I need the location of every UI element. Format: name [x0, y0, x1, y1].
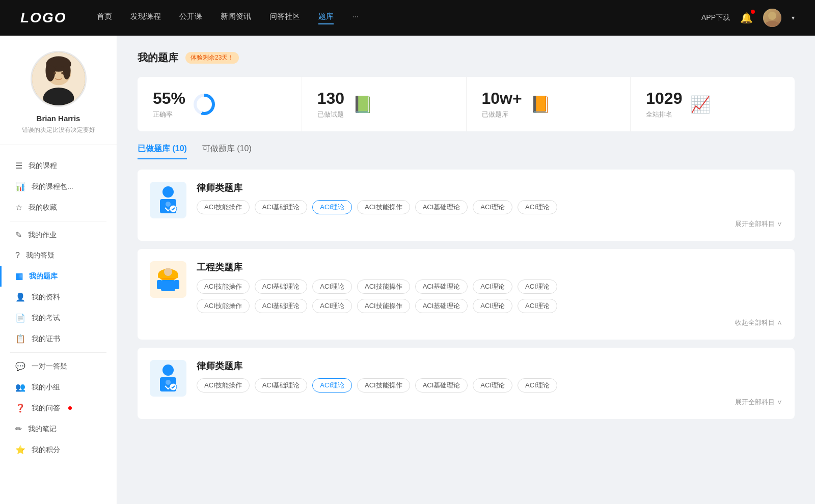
collapse-link-engineer[interactable]: 收起全部科目 ∧: [197, 318, 782, 327]
qa-icon: ?: [15, 251, 20, 260]
profile-icon: 👤: [15, 292, 25, 302]
sidebar-item-questions[interactable]: ❓ 我的问答: [0, 398, 117, 418]
tag-highlighted[interactable]: ACI理论: [312, 200, 352, 214]
tag[interactable]: ACI理论: [518, 299, 557, 313]
sidebar-label-qa: 我的答疑: [26, 251, 55, 260]
bell-icon[interactable]: 🔔: [740, 12, 753, 24]
sidebar-item-notes[interactable]: ✏ 我的笔记: [0, 418, 117, 439]
chevron-down-icon[interactable]: ▾: [792, 14, 795, 21]
sidebar-item-course[interactable]: ☰ 我的课程: [0, 155, 117, 176]
svg-point-8: [48, 57, 69, 67]
user-avatar-nav[interactable]: [763, 9, 781, 27]
stat-done-q-info: 130 已做试题: [317, 89, 344, 119]
tag[interactable]: ACI理论: [473, 200, 512, 214]
tag[interactable]: ACI基础理论: [255, 279, 308, 294]
tag[interactable]: ACI理论: [518, 279, 557, 294]
nav-menu: 首页 发现课程 公开课 新闻资讯 问答社区 题库 ···: [97, 12, 701, 24]
bank-card-lawyer-1: 律师类题库 ACI技能操作 ACI基础理论 ACI理论 ACI技能操作 ACI基…: [138, 170, 795, 241]
nav-bank[interactable]: 题库: [318, 12, 334, 24]
main-content: 我的题库 体验剩余23天！ 55% 正确率 130 已做试题 📗: [117, 36, 815, 504]
avatar-face: [763, 9, 781, 27]
tag[interactable]: ACI技能操作: [357, 299, 410, 313]
tag[interactable]: ACI基础理论: [255, 299, 308, 313]
tag[interactable]: ACI基础理论: [255, 200, 308, 214]
tag[interactable]: ACI技能操作: [197, 299, 250, 313]
navbar: LOGO 首页 发现课程 公开课 新闻资讯 问答社区 题库 ··· APP下载 …: [0, 0, 815, 36]
tag-highlighted[interactable]: ACI理论: [312, 378, 352, 393]
exam-icon: 📄: [15, 313, 25, 323]
stat-done-q-label: 已做试题: [317, 110, 344, 119]
avatar-image: [32, 52, 85, 105]
sidebar-motto: 错误的决定比没有决定要好: [22, 126, 95, 134]
svg-point-1: [765, 21, 779, 27]
tag[interactable]: ACI理论: [312, 279, 352, 294]
tag[interactable]: ACI技能操作: [197, 378, 250, 393]
svg-rect-20: [174, 280, 179, 289]
tag[interactable]: ACI理论: [473, 299, 512, 313]
sidebar-item-bundle[interactable]: 📊 我的课程包...: [0, 176, 117, 197]
app-download-btn[interactable]: APP下载: [701, 13, 730, 22]
expand-link-lawyer-1[interactable]: 展开全部科目 ∨: [197, 219, 782, 229]
tutoring-icon: 💬: [15, 361, 25, 371]
tab-done-banks[interactable]: 已做题库 (10): [138, 144, 187, 159]
accuracy-chart-icon: [194, 94, 215, 115]
tag[interactable]: ACI理论: [518, 378, 557, 393]
sidebar-item-homework[interactable]: ✎ 我的作业: [0, 225, 117, 245]
sidebar-item-points[interactable]: ⭐ 我的积分: [0, 439, 117, 460]
tag[interactable]: ACI理论: [518, 200, 557, 214]
stat-done-b-label: 已做题库: [482, 110, 522, 119]
svg-point-24: [166, 380, 171, 385]
tag[interactable]: ACI基础理论: [415, 378, 468, 393]
sidebar-item-tutoring[interactable]: 💬 一对一答疑: [0, 356, 117, 377]
stats-row: 55% 正确率 130 已做试题 📗 10w+ 已做题库 📙: [138, 77, 795, 131]
tag[interactable]: ACI理论: [312, 299, 352, 313]
sidebar-item-bank[interactable]: ▦ 我的题库: [0, 266, 117, 287]
tab-available-banks[interactable]: 可做题库 (10): [202, 144, 252, 159]
stat-done-b-value: 10w+: [482, 89, 522, 108]
sidebar-label-bundle: 我的课程包...: [32, 182, 73, 191]
tag[interactable]: ACI理论: [473, 378, 512, 393]
bank-icon: ▦: [15, 271, 23, 281]
sidebar-item-profile[interactable]: 👤 我的资料: [0, 287, 117, 307]
stat-done-b-info: 10w+ 已做题库: [482, 89, 522, 119]
nav-home[interactable]: 首页: [97, 12, 112, 24]
sidebar-item-cert[interactable]: 📋 我的证书: [0, 328, 117, 349]
nav-open-course[interactable]: 公开课: [179, 12, 202, 24]
sidebar-label-tutoring: 一对一答疑: [32, 362, 67, 371]
tag[interactable]: ACI技能操作: [357, 378, 410, 393]
tag[interactable]: ACI基础理论: [415, 299, 468, 313]
nav-news[interactable]: 新闻资讯: [221, 12, 251, 24]
main-layout: Brian Harris 错误的决定比没有决定要好 ☰ 我的课程 📊 我的课程包…: [0, 36, 815, 504]
sidebar-divider-1: [10, 221, 106, 221]
sidebar-item-group[interactable]: 👥 我的小组: [0, 377, 117, 398]
sidebar-item-exam[interactable]: 📄 我的考试: [0, 307, 117, 328]
tag[interactable]: ACI技能操作: [197, 200, 250, 214]
nav-qa[interactable]: 问答社区: [269, 12, 300, 24]
tag[interactable]: ACI基础理论: [255, 378, 308, 393]
stat-rank-value: 1029: [646, 89, 682, 108]
nav-discover[interactable]: 发现课程: [130, 12, 161, 24]
tag[interactable]: ACI技能操作: [357, 200, 410, 214]
nav-more[interactable]: ···: [352, 12, 359, 24]
tag[interactable]: ACI基础理论: [415, 200, 468, 214]
tag[interactable]: ACI理论: [473, 279, 512, 294]
bank-card-engineer: 工程类题库 ACI技能操作 ACI基础理论 ACI理论 ACI技能操作 ACI基…: [138, 249, 795, 340]
bank-name-lawyer-1: 律师类题库: [197, 182, 782, 194]
tag[interactable]: ACI技能操作: [197, 279, 250, 294]
stat-accuracy: 55% 正确率: [138, 77, 302, 131]
sidebar-item-favorites[interactable]: ☆ 我的收藏: [0, 197, 117, 218]
bank-name-lawyer-2: 律师类题库: [197, 360, 782, 372]
stat-accuracy-label: 正确率: [153, 110, 185, 119]
sidebar-item-qa[interactable]: ? 我的答疑: [0, 245, 117, 266]
stat-done-q-value: 130: [317, 89, 344, 108]
bell-badge: [751, 10, 755, 14]
svg-point-22: [162, 365, 174, 376]
tags-row-lawyer-1: ACI技能操作 ACI基础理论 ACI理论 ACI技能操作 ACI基础理论 AC…: [197, 200, 782, 214]
tag[interactable]: ACI基础理论: [415, 279, 468, 294]
star-icon: ☆: [15, 203, 22, 212]
homework-icon: ✎: [15, 230, 22, 240]
tag[interactable]: ACI技能操作: [357, 279, 410, 294]
svg-rect-18: [161, 280, 175, 291]
stat-accuracy-value: 55%: [153, 89, 185, 108]
expand-link-lawyer-2[interactable]: 展开全部科目 ∨: [197, 398, 782, 407]
